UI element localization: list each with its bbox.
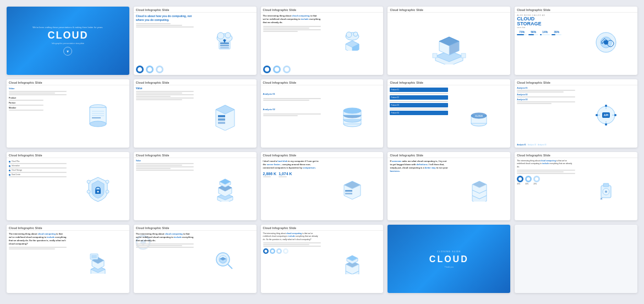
slide-11-item1: Cloud Plus bbox=[9, 160, 67, 162]
slide-4-illustration bbox=[427, 23, 471, 64]
slide-3-illustration bbox=[341, 29, 363, 51]
svg-rect-34 bbox=[218, 122, 225, 124]
slide-3-header: Cloud Infographic Slide bbox=[261, 7, 384, 13]
slide-8-analysis2: Analysis 02 bbox=[263, 108, 275, 111]
slide-8[interactable]: Cloud Infographic Slide Analysis 01 Anal… bbox=[261, 79, 384, 148]
slide-4[interactable]: Cloud Infographic Slide bbox=[388, 7, 510, 75]
slide-11-item4: Data Center bbox=[9, 173, 67, 176]
svg-rect-89 bbox=[91, 255, 97, 258]
slide-17[interactable]: Cloud Infographic Slide The interesting … bbox=[134, 225, 256, 293]
slide-14[interactable]: Cloud Infographic Slide If someone asks … bbox=[388, 152, 510, 220]
svg-rect-18 bbox=[433, 53, 437, 58]
svg-point-25 bbox=[90, 121, 106, 127]
svg-text:API: API bbox=[604, 113, 609, 117]
slide-18[interactable]: Cloud Infographic Slide The interesting … bbox=[261, 225, 384, 293]
slide-12[interactable]: Cloud Infographic Slide Value bbox=[134, 152, 256, 220]
slide-10-analysis3: Analysis 03 bbox=[517, 99, 575, 101]
svg-point-82 bbox=[605, 191, 607, 193]
svg-text:✕: ✕ bbox=[600, 197, 603, 200]
slide-3[interactable]: Cloud Infographic Slide The interesting … bbox=[261, 7, 384, 75]
cover-subtitle: Infographic presentation template bbox=[52, 42, 84, 45]
svg-point-60 bbox=[106, 180, 109, 183]
slide-10-tags: Analysis 01 Analysis 02 Analysis 03 bbox=[517, 144, 635, 146]
svg-point-53 bbox=[605, 105, 607, 107]
slide-15-illustration: ✕ bbox=[596, 178, 616, 201]
svg-rect-32 bbox=[218, 115, 225, 117]
slide-9[interactable]: Cloud Infographic Slide Feature 01 Featu… bbox=[388, 79, 510, 148]
slide-6-header: Cloud Infographic Slide bbox=[7, 79, 129, 85]
slide-10-analysis1: Analysis 01 bbox=[517, 87, 575, 89]
slide-14-header: Cloud Infographic Slide bbox=[388, 152, 510, 158]
slide-13-stats: 2,886 K 1,074 K bbox=[263, 172, 321, 178]
svg-line-94 bbox=[228, 264, 232, 269]
slide-10[interactable]: Cloud Infographic Slide Analysis 01 Anal… bbox=[515, 79, 637, 148]
slide-9-box3: Feature 03 bbox=[390, 103, 448, 107]
svg-point-41 bbox=[343, 108, 361, 113]
svg-rect-4 bbox=[220, 42, 229, 44]
slide-11[interactable]: Cloud Infographic Slide Cloud Plus Infor… bbox=[7, 152, 129, 220]
slide-6-member: Member bbox=[9, 107, 67, 109]
slide-6-illustration bbox=[87, 103, 109, 131]
svg-rect-72 bbox=[345, 193, 352, 194]
svg-rect-6 bbox=[220, 47, 229, 48]
slide-7[interactable]: Cloud Infographic Slide Value bbox=[134, 79, 256, 148]
slide-9-box1: Feature 01 bbox=[390, 88, 448, 92]
svg-rect-80 bbox=[603, 183, 609, 187]
slide-13[interactable]: Cloud Infographic Slide I don't need a h… bbox=[261, 152, 384, 220]
slide-5[interactable]: Cloud Infographic Slide Also being calle… bbox=[515, 7, 637, 75]
cover-pretitle: We've been crafting these presentations … bbox=[32, 26, 103, 29]
slide-2-header: Cloud Infographic Slide bbox=[134, 7, 256, 13]
svg-rect-19 bbox=[461, 53, 466, 58]
slide-18-illustration bbox=[341, 250, 363, 274]
slide-11-item3: Cloud Storage bbox=[9, 169, 67, 171]
slide-7-header: Cloud Infographic Slide bbox=[134, 79, 256, 85]
slide-blank-1 bbox=[515, 225, 637, 293]
cover-title: CLOUD bbox=[47, 30, 88, 40]
slide-12-value-label: Value bbox=[136, 160, 194, 162]
svg-point-55 bbox=[596, 114, 598, 116]
slide-8-analysis1: Analysis 01 bbox=[263, 93, 275, 95]
slide-18-text: The interesting thing about cloud comput… bbox=[263, 232, 321, 241]
slide-11-header: Cloud Infographic Slide bbox=[7, 152, 129, 158]
slide-2[interactable]: Cloud Infographic Slide Cloud is about h… bbox=[134, 7, 256, 75]
svg-point-2 bbox=[225, 32, 231, 38]
slide-8-illustration bbox=[341, 104, 364, 129]
slide-13-illustration bbox=[342, 178, 363, 201]
svg-rect-71 bbox=[345, 190, 352, 192]
slide-9-box4: Feature 04 bbox=[390, 111, 448, 115]
slide-9-illustration: CLOUD bbox=[468, 106, 490, 128]
slide-16-highlight: The interesting thing about cloud comput… bbox=[9, 232, 67, 246]
slide-15[interactable]: Cloud Infographic Slide The interesting … bbox=[515, 152, 637, 220]
slide-6-partner: Partner bbox=[9, 102, 67, 104]
svg-point-59 bbox=[87, 180, 90, 183]
slide-18-circles bbox=[263, 248, 321, 254]
slide-2-donut-row bbox=[136, 66, 254, 73]
slide-6-product: Product bbox=[9, 97, 67, 99]
slide-11-illustration bbox=[86, 176, 110, 203]
slide-11-item2: Informative bbox=[9, 165, 67, 167]
slide-18-header: Cloud Infographic Slide bbox=[261, 225, 384, 231]
slide-10-header: Cloud Infographic Slide bbox=[515, 79, 637, 85]
svg-point-61 bbox=[87, 190, 90, 193]
slide-6-label: Value bbox=[9, 87, 67, 90]
slide-16[interactable]: Cloud Infographic Slide The interesting … bbox=[7, 225, 129, 293]
slide-2-illustration bbox=[212, 27, 237, 52]
slide-10-analysis2: Analysis 02 bbox=[517, 94, 575, 96]
slide-3-donut-row bbox=[263, 66, 381, 73]
slide-7-label: Value bbox=[136, 87, 194, 90]
slide-6[interactable]: Cloud Infographic Slide Value Product Pa… bbox=[7, 79, 129, 148]
slide-grid: We've been crafting these presentations … bbox=[7, 7, 637, 297]
svg-point-8 bbox=[346, 32, 352, 37]
svg-point-54 bbox=[605, 123, 607, 126]
slide-2-highlight: Cloud is about how you do computing, not… bbox=[136, 14, 194, 22]
closing-pretitle: CLOSING SLIDE bbox=[437, 250, 461, 253]
slide-13-header: Cloud Infographic Slide bbox=[261, 152, 384, 158]
slide-12-illustration bbox=[214, 177, 236, 202]
slide-closing[interactable]: CLOSING SLIDE CLOUD Thank you bbox=[388, 225, 510, 293]
slide-16-header: Cloud Infographic Slide bbox=[7, 225, 129, 231]
slide-14-illustration bbox=[469, 177, 490, 202]
slide-3-highlight: The interesting thing about cloud comput… bbox=[263, 14, 321, 24]
slide-15-text: The interesting thing about cloud comput… bbox=[517, 160, 575, 169]
slide-cover[interactable]: We've been crafting these presentations … bbox=[7, 7, 129, 75]
slide-15-header: Cloud Infographic Slide bbox=[515, 152, 637, 158]
